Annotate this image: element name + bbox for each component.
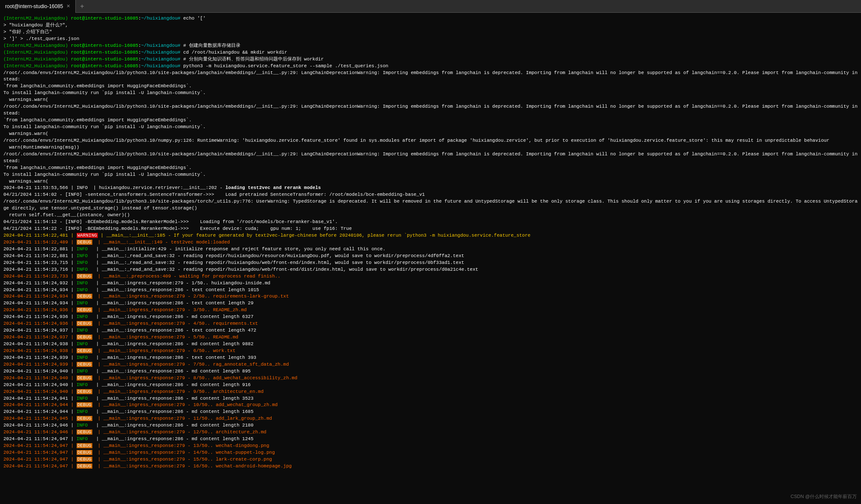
output-line: 2024-04-21 11:54:24,946 | INFO | __main_… [3, 422, 858, 429]
output-line: 2024-04-21 11:54:24,936 | DEBUG | __main… [3, 321, 858, 327]
output-line: 2024-04-21 11:54:24,940 | INFO | __main_… [3, 368, 858, 375]
output-line: /root/.conda/envs/InternLM2_Huixiangdou/… [3, 137, 858, 144]
output-line: 2024-04-21 11:54:24,940 | INFO | __main_… [3, 382, 858, 389]
tab-main[interactable]: root@intern-studio-16085 ✕ [0, 0, 76, 13]
output-line: warnings.warn( [3, 131, 858, 137]
new-tab-button[interactable]: + [76, 3, 88, 10]
output-line: > "huixiangdou 是什么?", [3, 22, 858, 29]
output-line: 2024-04-21 11:54:22,489 | DEBUG | __main… [3, 239, 858, 246]
output-line: warnings.warn( [3, 178, 858, 185]
output-line: 2024-04-21 11:54:22,881 | INFO | __main_… [3, 253, 858, 260]
output-line: 2024-04-21 11:54:24,947 | INFO | __main_… [3, 436, 858, 443]
output-line: 2024-04-21 11:54:24,937 | DEBUG | __main… [3, 334, 858, 341]
output-line: `from langchain_community.embeddings imp… [3, 165, 858, 172]
output-line: warnings.warn( [3, 97, 858, 103]
output-line: 2024-04-21 11:54:24,940 | DEBUG | __main… [3, 375, 858, 382]
tab-label: root@intern-studio-16085 [5, 3, 63, 9]
output-line: 2024-04-21 11:54:24,945 | DEBUG | __main… [3, 415, 858, 422]
output-line: 2024-04-21 11:54:24,941 | INFO | __main_… [3, 395, 858, 402]
output-line: /root/.conda/envs/InternLM2_Huixiangdou/… [3, 151, 858, 165]
watermark: CSDN @什么时候才能年薪百万 [791, 493, 857, 500]
tab-bar: root@intern-studio-16085 ✕ + [0, 0, 861, 13]
output-line: 2024-04-21 11:54:24,934 | DEBUG | __main… [3, 293, 858, 300]
output-line: 2024-04-21 11:54:24,947 | DEBUG | __main… [3, 456, 858, 463]
output-line: 2024-04-21 11:54:24,934 | INFO | __main_… [3, 300, 858, 307]
output-line: `from langchain_community.embeddings imp… [3, 117, 858, 124]
output-line: 2024-04-21 11:53:53,566 | INFO | huixian… [3, 185, 858, 192]
terminal-window: root@intern-studio-16085 ✕ + (InternLM2_… [0, 0, 861, 504]
output-line: To install langchain-community run `pip … [3, 124, 858, 131]
output-line: 2024-04-21 11:54:23,733 | DEBUG | __main… [3, 273, 858, 280]
output-line: 2024-04-21 11:54:24,936 | DEBUG | __main… [3, 307, 858, 314]
output-line: warn(RuntimeWarning(msg)) [3, 144, 858, 151]
output-line: 2024-04-21 11:54:24,937 | INFO | __main_… [3, 327, 858, 334]
output-line: 04/21/2024 11:54:12 - [INFO] -BCEmbeddin… [3, 219, 858, 226]
output-line: 2024-04-21 11:54:24,939 | INFO | __main_… [3, 355, 858, 361]
output-line: 2024-04-21 11:54:24,939 | DEBUG | __main… [3, 361, 858, 368]
output-line: 2024-04-21 11:54:24,936 | INFO | __main_… [3, 314, 858, 321]
output-line: `from langchain_community.embeddings imp… [3, 83, 858, 90]
output-line: > ']' > ./test_queries.json [3, 36, 858, 43]
terminal-output[interactable]: (InternLM2_Huixiangdou) root@intern-stud… [0, 13, 861, 504]
output-line: 2024-04-21 11:54:24,944 | DEBUG | __main… [3, 402, 858, 409]
output-line: 04/21/2024 11:54:22 - [INFO] -BCEmbeddin… [3, 226, 858, 232]
output-line: 2024-04-21 11:54:24,932 | INFO | __main_… [3, 280, 858, 287]
output-line: 2024-04-21 11:54:24,940 | DEBUG | __main… [3, 389, 858, 395]
output-line: 2024-04-21 11:54:24,947 | DEBUG | __main… [3, 463, 858, 470]
output-line: > "你好，介绍下自己" [3, 29, 858, 36]
output-line: /root/.conda/envs/InternLM2_Huixiangdou/… [3, 103, 858, 117]
output-line: (InternLM2_Huixiangdou) root@intern-stud… [3, 49, 858, 56]
output-line: /root/.conda/envs/InternLM2_Huixiangdou/… [3, 198, 858, 212]
output-line: 2024-04-21 11:54:24,938 | INFO | __main_… [3, 341, 858, 348]
output-line: 2024-04-21 11:54:24,947 | DEBUG | __main… [3, 450, 858, 456]
output-line: (InternLM2_Huixiangdou) root@intern-stud… [3, 43, 858, 49]
output-line: 2024-04-21 11:54:24,938 | DEBUG | __main… [3, 348, 858, 355]
output-line: To install langchain-community run `pip … [3, 172, 858, 178]
output-line: return self.fset.__get__(instance, owner… [3, 212, 858, 219]
output-line: (InternLM2_Huixiangdou) root@intern-stud… [3, 15, 858, 22]
output-line: 2024-04-21 11:54:24,947 | DEBUG | __main… [3, 443, 858, 450]
output-line: 04/21/2024 11:54:02 - [INFO] -sentence_t… [3, 192, 858, 198]
output-line: (InternLM2_Huixiangdou) root@intern-stud… [3, 56, 858, 63]
output-line: To install langchain-community run `pip … [3, 90, 858, 97]
output-line: /root/.conda/envs/InternLM2_Huixiangdou/… [3, 70, 858, 83]
tab-close-button[interactable]: ✕ [66, 3, 70, 9]
output-line: 2024-04-21 11:54:24,934 | INFO | __main_… [3, 287, 858, 294]
output-line: 2024-04-21 11:54:22,881 | INFO | __main_… [3, 246, 858, 253]
output-line: 2024-04-21 11:54:24,946 | DEBUG | __main… [3, 429, 858, 436]
output-line: (InternLM2_Huixiangdou) root@intern-stud… [3, 63, 858, 70]
output-line: 2024-04-21 11:54:22,481 | WARNING | __ma… [3, 232, 858, 239]
output-line: 2024-04-21 11:54:23,715 | INFO | __main_… [3, 260, 858, 266]
output-line: 2024-04-21 11:54:24,944 | INFO | __main_… [3, 409, 858, 415]
output-line: 2024-04-21 11:54:23,716 | INFO | __main_… [3, 266, 858, 273]
